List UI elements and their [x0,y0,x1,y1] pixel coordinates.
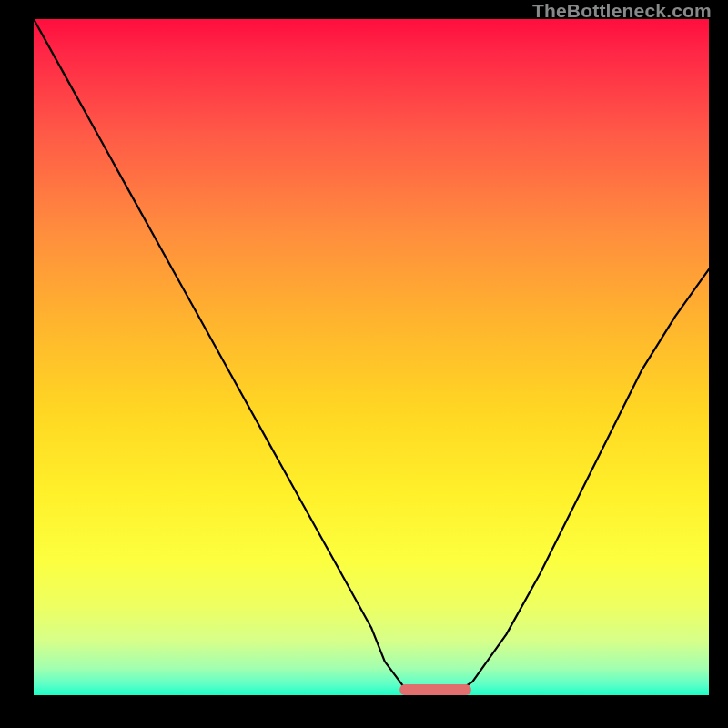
watermark-text: TheBottleneck.com [532,0,712,22]
curve-overlay [34,19,709,695]
plot-area [34,19,709,695]
bottleneck-curve [34,19,709,695]
chart-frame: TheBottleneck.com [0,0,728,728]
